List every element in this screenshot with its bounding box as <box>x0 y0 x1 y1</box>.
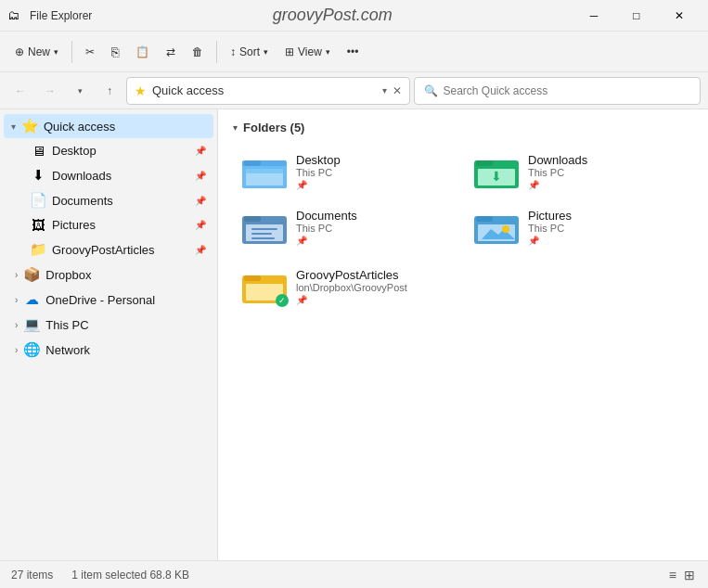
desktop-icon: 🖥 <box>30 143 46 159</box>
favorite-star-icon: ★ <box>135 83 147 98</box>
expand-icon-network: › <box>15 345 18 355</box>
sidebar-downloads-label: Downloads <box>52 169 189 183</box>
paste-icon: 📋 <box>135 45 149 58</box>
svg-rect-15 <box>251 237 275 239</box>
svg-rect-22 <box>244 275 261 281</box>
folder-item-groovypost[interactable]: ✓ GroovyPostArticles lon\Dropbox\GroovyP… <box>233 261 548 313</box>
quick-access-label: Quick access <box>44 120 206 134</box>
new-icon: ⊕ <box>15 45 24 58</box>
svg-rect-3 <box>244 160 261 166</box>
folder-item-pictures[interactable]: Pictures This PC 📌 <box>465 201 693 253</box>
sidebar-item-network[interactable]: › 🌐 Network <box>4 338 213 362</box>
svg-text:⬇: ⬇ <box>491 169 502 184</box>
copy-button[interactable]: ⎘ <box>104 41 126 63</box>
thispc-icon: 💻 <box>23 316 40 333</box>
folder-item-desktop[interactable]: Desktop This PC 📌 <box>233 146 461 198</box>
svg-rect-14 <box>251 233 272 235</box>
view-button[interactable]: ⊞ View ▾ <box>277 42 338 62</box>
delete-button[interactable]: 🗑 <box>185 42 211 62</box>
new-dropdown-icon: ▾ <box>54 47 58 57</box>
address-bar: ← → ▾ ↑ ★ Quick access ▾ ✕ 🔍 <box>0 72 708 109</box>
selected-info: 1 item selected 68.8 KB <box>71 569 189 582</box>
address-chevron-icon: ▾ <box>382 85 387 96</box>
back-button[interactable]: ← <box>7 78 33 104</box>
sidebar: ▾ ⭐ Quick access 🖥 Desktop 📌 ⬇ Downloads… <box>0 109 218 560</box>
app-icon: 🗂 <box>7 8 22 23</box>
expand-icon-dropbox: › <box>15 270 18 280</box>
more-button[interactable]: ••• <box>340 42 367 62</box>
desktop-folder-info: Desktop This PC 📌 <box>296 153 341 190</box>
folders-chevron-icon[interactable]: ▾ <box>233 122 238 133</box>
folder-icon: 📁 <box>30 241 46 258</box>
folder-item-documents[interactable]: Documents This PC 📌 <box>233 201 461 253</box>
pin-icon-2: 📌 <box>195 171 206 181</box>
sidebar-dropbox-label: Dropbox <box>45 268 206 282</box>
pin-icon-3: 📌 <box>195 196 206 206</box>
sidebar-item-pictures[interactable]: 🖼 Pictures 📌 <box>4 213 213 236</box>
sidebar-item-groovypost[interactable]: 📁 GroovyPostArticles 📌 <box>4 237 213 262</box>
expand-icon: ▾ <box>11 121 16 132</box>
search-icon: 🔍 <box>424 84 438 97</box>
groovypost-folder-info: GroovyPostArticles lon\Dropbox\GroovyPos… <box>296 268 407 305</box>
svg-rect-13 <box>251 228 277 230</box>
toolbar-separator-1 <box>71 41 72 63</box>
paste-button[interactable]: 📋 <box>128 42 157 62</box>
cut-button[interactable]: ✂ <box>78 42 102 62</box>
quick-access-header[interactable]: ▾ ⭐ Quick access <box>4 114 213 138</box>
svg-rect-5 <box>246 169 283 173</box>
sidebar-pictures-label: Pictures <box>52 218 189 232</box>
sidebar-item-documents[interactable]: 📄 Documents 📌 <box>4 188 213 212</box>
status-views: ≡ ⊞ <box>667 566 697 584</box>
address-text: Quick access <box>152 83 377 97</box>
toolbar-separator-2 <box>216 41 217 63</box>
forward-button[interactable]: → <box>37 78 63 104</box>
new-button[interactable]: ⊕ New ▾ <box>7 42 66 62</box>
expand-icon-onedrive: › <box>15 295 18 305</box>
pictures-folder-icon <box>474 209 519 246</box>
documents-icon: 📄 <box>30 192 46 209</box>
address-input[interactable]: ★ Quick access ▾ ✕ <box>126 77 410 105</box>
sidebar-item-dropbox[interactable]: › 📦 Dropbox <box>4 262 213 287</box>
up-button[interactable]: ↑ <box>97 78 122 104</box>
title-bar-center-text: groovyPost.com <box>273 6 393 25</box>
sidebar-item-desktop[interactable]: 🖥 Desktop 📌 <box>4 139 213 162</box>
sidebar-documents-label: Documents <box>52 194 189 208</box>
sidebar-item-downloads[interactable]: ⬇ Downloads 📌 <box>4 163 213 187</box>
app-title: File Explorer <box>30 9 92 22</box>
folders-header: ▾ Folders (5) <box>233 121 693 134</box>
folder-item-downloads[interactable]: ⬇ Downloads This PC 📌 <box>465 146 693 198</box>
content-area: ▾ Folders (5) Desktop This PC 📌 <box>218 109 708 560</box>
folders-title: Folders (5) <box>243 121 304 134</box>
main-container: ▾ ⭐ Quick access 🖥 Desktop 📌 ⬇ Downloads… <box>0 109 708 560</box>
search-input[interactable] <box>444 84 691 97</box>
pictures-folder-info: Pictures This PC 📌 <box>528 209 572 246</box>
groovypost-folder-icon-wrap: ✓ <box>242 268 287 305</box>
network-icon: 🌐 <box>23 341 40 358</box>
desktop-folder-icon <box>242 153 287 190</box>
view-icon: ⊞ <box>285 45 294 58</box>
svg-rect-7 <box>476 160 493 166</box>
maximize-button[interactable]: □ <box>615 0 658 32</box>
sort-dropdown-icon: ▾ <box>264 47 268 57</box>
sidebar-item-onedrive[interactable]: › ☁ OneDrive - Personal <box>4 288 213 312</box>
onedrive-icon: ☁ <box>23 291 40 308</box>
move-button[interactable]: ⇄ <box>159 42 183 62</box>
view-dropdown-icon: ▾ <box>326 47 330 57</box>
dropdown-recent-button[interactable]: ▾ <box>67 78 93 104</box>
documents-folder-info: Documents This PC 📌 <box>296 209 357 246</box>
pin-icon-4: 📌 <box>195 220 206 230</box>
item-count: 27 items <box>11 569 53 582</box>
search-box[interactable]: 🔍 <box>414 77 702 105</box>
title-bar-controls: ─ □ ✕ <box>573 0 701 32</box>
sync-badge: ✓ <box>276 294 289 307</box>
sort-button[interactable]: ↕ Sort ▾ <box>223 42 276 62</box>
close-button[interactable]: ✕ <box>658 0 701 32</box>
address-close-icon[interactable]: ✕ <box>393 84 402 97</box>
grid-view-button[interactable]: ⊞ <box>682 566 697 584</box>
svg-rect-17 <box>476 216 493 222</box>
sidebar-item-thispc[interactable]: › 💻 This PC <box>4 313 213 337</box>
list-view-button[interactable]: ≡ <box>667 566 678 584</box>
minimize-button[interactable]: ─ <box>573 0 615 32</box>
move-icon: ⇄ <box>166 45 175 58</box>
svg-rect-11 <box>244 216 261 222</box>
